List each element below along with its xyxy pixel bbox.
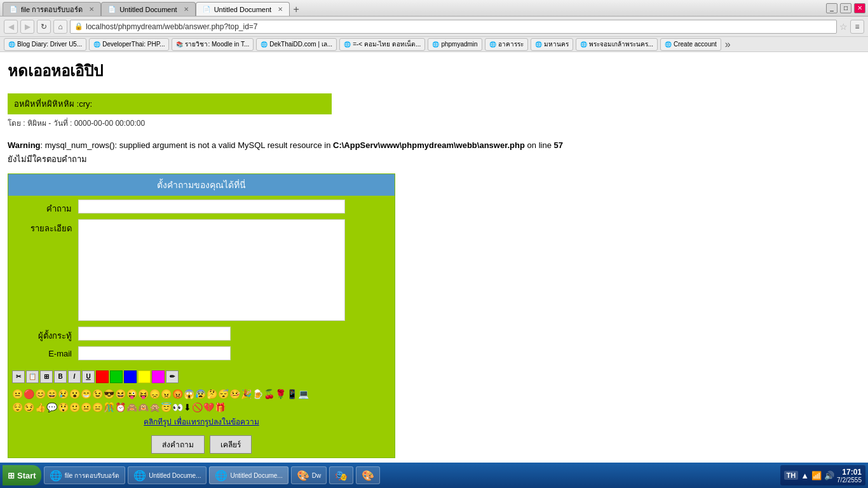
emoji-5[interactable]: 😢 bbox=[58, 388, 69, 401]
toolbar-copy[interactable]: 📋 bbox=[26, 370, 39, 383]
menu-button[interactable]: ≡ bbox=[850, 20, 864, 34]
language-indicator[interactable]: TH bbox=[784, 471, 799, 480]
emoji-27[interactable]: 😌 bbox=[12, 402, 23, 414]
new-tab-button[interactable]: + bbox=[290, 3, 302, 16]
taskbar-item-5[interactable]: 🎨 bbox=[356, 466, 380, 484]
emoji-link[interactable]: คลิกทีรูป เพื่อแทรกรูปลงในข้อความ bbox=[12, 416, 391, 429]
bookmark-5[interactable]: 🌐 phpmyadmin bbox=[428, 38, 482, 51]
emoji-14[interactable]: 😠 bbox=[161, 388, 172, 401]
bookmark-9[interactable]: 🌐 Create account bbox=[660, 38, 721, 51]
toolbar-cut[interactable]: ✂ bbox=[12, 370, 25, 383]
emoji-26[interactable]: 💻 bbox=[298, 388, 309, 401]
emoji-25[interactable]: 📱 bbox=[287, 388, 297, 401]
emoji-28[interactable]: 😏 bbox=[24, 402, 34, 414]
taskbar-item-3[interactable]: 🎨 Dw bbox=[291, 466, 327, 484]
tab-3[interactable]: 📄 Untitled Document ✕ bbox=[196, 2, 290, 16]
emoji-38[interactable]: 🙉 bbox=[138, 402, 149, 414]
toolbar-edit[interactable]: ✏ bbox=[166, 370, 179, 383]
emoji-42[interactable]: ⬇ bbox=[184, 402, 191, 414]
emoji-39[interactable]: 🙊 bbox=[149, 402, 160, 414]
emoji-36[interactable]: ⏰ bbox=[115, 402, 126, 414]
bookmark-8[interactable]: 🌐 พระจอมเกล้าพระนคร... bbox=[576, 38, 658, 51]
emoji-6[interactable]: 😮 bbox=[69, 388, 80, 401]
emoji-20[interactable]: 🤒 bbox=[229, 388, 240, 401]
emoji-7[interactable]: 😁 bbox=[81, 388, 92, 401]
toolbar-table[interactable]: ⊞ bbox=[40, 370, 53, 383]
toolbar-italic[interactable]: I bbox=[68, 370, 81, 383]
tab-1-close[interactable]: ✕ bbox=[89, 6, 94, 13]
toolbar-color-blue[interactable] bbox=[124, 370, 137, 383]
minimize-button[interactable]: _ bbox=[826, 3, 837, 13]
emoji-12[interactable]: 😝 bbox=[138, 388, 149, 401]
emoji-11[interactable]: 😜 bbox=[126, 388, 137, 401]
emoji-29[interactable]: 👍 bbox=[35, 402, 46, 414]
taskbar-item-2[interactable]: 🌐 Untitled Docume... bbox=[209, 466, 288, 484]
forward-button[interactable]: ▶ bbox=[20, 20, 34, 34]
bookmark-0[interactable]: 🌐 Blog Diary: Driver U5... bbox=[4, 38, 86, 51]
emoji-33[interactable]: 😐 bbox=[81, 402, 92, 414]
emoji-31[interactable]: 😲 bbox=[58, 402, 69, 414]
emoji-19[interactable]: 😴 bbox=[218, 388, 229, 401]
back-button[interactable]: ◀ bbox=[4, 20, 18, 34]
emoji-10[interactable]: 😆 bbox=[115, 388, 126, 401]
emoji-40[interactable]: 😇 bbox=[161, 402, 172, 414]
email-input[interactable] bbox=[78, 346, 231, 360]
emoji-1[interactable]: 😐 bbox=[12, 388, 23, 401]
emoji-9[interactable]: 😎 bbox=[104, 388, 114, 401]
emoji-35[interactable]: 🎊 bbox=[104, 402, 114, 414]
emoji-18[interactable]: 🤔 bbox=[207, 388, 217, 401]
emoji-44[interactable]: 💔 bbox=[203, 402, 214, 414]
toolbar-bold[interactable]: B bbox=[54, 370, 67, 383]
bookmark-2[interactable]: 📚 รายวิชา: Moodle in T... bbox=[172, 38, 254, 51]
emoji-3[interactable]: 😊 bbox=[35, 388, 46, 401]
home-button[interactable]: ⌂ bbox=[53, 20, 67, 34]
emoji-43[interactable]: 🚫 bbox=[192, 402, 203, 414]
taskbar-item-4[interactable]: 🎭 bbox=[329, 466, 353, 484]
detail-textarea[interactable] bbox=[78, 219, 345, 321]
bookmarks-more[interactable]: » bbox=[724, 39, 732, 50]
bookmark-star[interactable]: ☆ bbox=[839, 22, 848, 32]
bookmark-1[interactable]: 🌐 DeveloperThai: PHP... bbox=[89, 38, 169, 51]
toolbar-underline[interactable]: U bbox=[82, 370, 95, 383]
emoji-16[interactable]: 😱 bbox=[184, 388, 194, 401]
emoji-8[interactable]: 😉 bbox=[92, 388, 103, 401]
bookmark-6[interactable]: 🌐 อาคารระ bbox=[485, 38, 528, 51]
bookmark-3[interactable]: 🌐 DekThaiDD.com | เล... bbox=[256, 38, 337, 51]
maximize-button[interactable]: □ bbox=[840, 3, 851, 13]
address-bar[interactable]: 🔒 localhost/phpmydream/webb/answer.php?t… bbox=[70, 20, 837, 34]
toolbar-color-yellow[interactable] bbox=[138, 370, 151, 383]
emoji-17[interactable]: 😰 bbox=[195, 388, 206, 401]
emoji-22[interactable]: 🍺 bbox=[252, 388, 263, 401]
emoji-37[interactable]: 🙈 bbox=[126, 402, 137, 414]
close-button[interactable]: ✕ bbox=[854, 3, 865, 13]
poster-input[interactable] bbox=[78, 327, 231, 341]
taskbar-item-1[interactable]: 🌐 Untitled Docume... bbox=[128, 466, 207, 484]
emoji-21[interactable]: 🎉 bbox=[241, 388, 252, 401]
bookmark-4[interactable]: 🌐 =-< คอม-ไทย ดอทเน็ต... bbox=[339, 38, 425, 51]
emoji-2[interactable]: 🔴 bbox=[24, 388, 34, 401]
emoji-34[interactable]: 😑 bbox=[92, 402, 103, 414]
tab-2[interactable]: 📄 Untitled Document ✕ bbox=[101, 2, 196, 16]
emoji-45[interactable]: 🎁 bbox=[215, 402, 226, 414]
tab-1[interactable]: 📄 file การตอบรับบอร์ด ✕ bbox=[3, 2, 101, 16]
toolbar-color-pink[interactable] bbox=[152, 370, 165, 383]
start-button[interactable]: ⊞ Start bbox=[3, 465, 41, 485]
toolbar-color-red[interactable] bbox=[96, 370, 109, 383]
bookmark-7[interactable]: 🌐 มหานคร bbox=[531, 38, 573, 51]
question-input[interactable] bbox=[78, 200, 345, 214]
toolbar-color-green[interactable] bbox=[110, 370, 123, 383]
emoji-23[interactable]: 🍒 bbox=[264, 388, 275, 401]
tab-3-close[interactable]: ✕ bbox=[278, 6, 283, 13]
emoji-41[interactable]: 👀 bbox=[172, 402, 183, 414]
emoji-32[interactable]: 🙂 bbox=[69, 402, 80, 414]
emoji-15[interactable]: 😡 bbox=[172, 388, 183, 401]
clear-button[interactable]: เคลียร์ bbox=[210, 435, 252, 454]
emoji-4[interactable]: 😄 bbox=[46, 388, 57, 401]
taskbar-item-0[interactable]: 🌐 file การตอบรับบอร์ด bbox=[44, 466, 126, 484]
emoji-13[interactable]: 😞 bbox=[149, 388, 160, 401]
tab-2-close[interactable]: ✕ bbox=[184, 6, 189, 13]
emoji-24[interactable]: 🌹 bbox=[275, 388, 286, 401]
emoji-30[interactable]: 💬 bbox=[46, 402, 57, 414]
submit-button[interactable]: ส่งคำถาม bbox=[151, 435, 205, 454]
refresh-button[interactable]: ↻ bbox=[37, 20, 51, 34]
